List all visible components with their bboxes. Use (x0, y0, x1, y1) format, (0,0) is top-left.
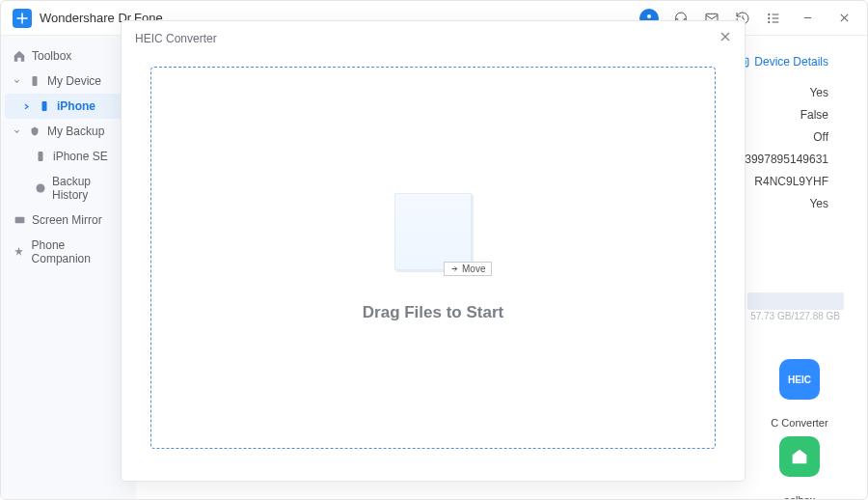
phone-icon (28, 74, 41, 88)
sidebar-label: iPhone (57, 99, 95, 113)
toolbox-tile-icon (779, 436, 820, 477)
device-detail-values: Yes False Off 3997895149631 R4NC9L9YHF Y… (745, 86, 828, 210)
sidebar-item-my-backup[interactable]: My Backup (5, 119, 132, 144)
move-label: Move (462, 264, 485, 274)
svg-rect-6 (42, 101, 47, 111)
svg-point-3 (769, 17, 770, 18)
sidebar-label: Phone Companion (32, 238, 124, 265)
svg-point-2 (769, 14, 770, 14)
detail-value: 3997895149631 (745, 153, 828, 166)
sidebar-item-iphone-se[interactable]: iPhone SE (5, 144, 132, 169)
drop-preview-icon: Move (394, 193, 472, 270)
svg-rect-7 (39, 152, 43, 161)
modal-title: HEIC Converter (135, 32, 217, 45)
detail-value: Yes (745, 86, 828, 99)
phone-icon (38, 99, 51, 113)
home-icon (13, 49, 26, 63)
heic-converter-modal: HEIC Converter Move Drag Files to Start (121, 20, 746, 482)
companion-icon (13, 245, 26, 259)
detail-value: Yes (745, 197, 828, 210)
modal-header: HEIC Converter (122, 21, 745, 55)
chevron-down-icon (13, 77, 22, 86)
detail-value: Off (745, 130, 828, 144)
minimize-button[interactable] (796, 7, 819, 30)
storage-text: 57.73 GB/127.88 GB (750, 311, 840, 321)
sidebar-item-phone-companion[interactable]: Phone Companion (5, 233, 132, 271)
sidebar: Toolbox My Device iPhone (1, 36, 136, 499)
sidebar-label: iPhone SE (53, 150, 108, 163)
tile-toolbox[interactable]: oolbox (766, 436, 833, 500)
device-details-link[interactable]: Device Details (738, 55, 828, 69)
svg-point-0 (647, 14, 651, 18)
chevron-right-icon (22, 102, 32, 111)
chevron-down-icon (13, 127, 22, 136)
sidebar-label: My Device (47, 74, 101, 88)
screen-icon (13, 213, 26, 227)
svg-rect-5 (33, 76, 38, 86)
sidebar-label: Screen Mirror (32, 213, 102, 227)
device-details-label: Device Details (754, 55, 828, 69)
app-logo-icon (13, 9, 32, 28)
sidebar-item-backup-history[interactable]: Backup History (5, 169, 132, 208)
sidebar-item-screen-mirror[interactable]: Screen Mirror (5, 208, 132, 233)
list-icon[interactable] (765, 10, 782, 27)
tile-label: C Converter (771, 417, 827, 429)
svg-point-8 (36, 184, 44, 193)
detail-value: False (745, 108, 828, 122)
sidebar-item-my-device[interactable]: My Device (5, 69, 132, 94)
tile-label: oolbox (784, 494, 815, 500)
file-dropzone[interactable]: Move Drag Files to Start (150, 67, 716, 449)
sidebar-label: Toolbox (32, 49, 71, 63)
phone-icon (34, 150, 47, 163)
tile-heic-converter[interactable]: HEIC C Converter (766, 359, 833, 429)
sidebar-item-toolbox[interactable]: Toolbox (5, 43, 132, 69)
svg-rect-9 (14, 216, 24, 223)
detail-value: R4NC9L9YHF (745, 175, 828, 188)
history-icon (34, 181, 46, 195)
backup-icon (28, 125, 41, 138)
sidebar-item-iphone[interactable]: iPhone (5, 94, 132, 119)
sidebar-label: Backup History (52, 175, 124, 202)
heic-tile-icon: HEIC (779, 359, 820, 400)
dropzone-text: Drag Files to Start (363, 303, 503, 322)
sidebar-label: My Backup (47, 125, 104, 138)
storage-bar (747, 292, 844, 310)
move-cursor-badge: Move (444, 262, 492, 276)
modal-close-button[interactable] (719, 31, 731, 45)
close-button[interactable] (832, 7, 855, 30)
svg-point-4 (769, 21, 770, 22)
